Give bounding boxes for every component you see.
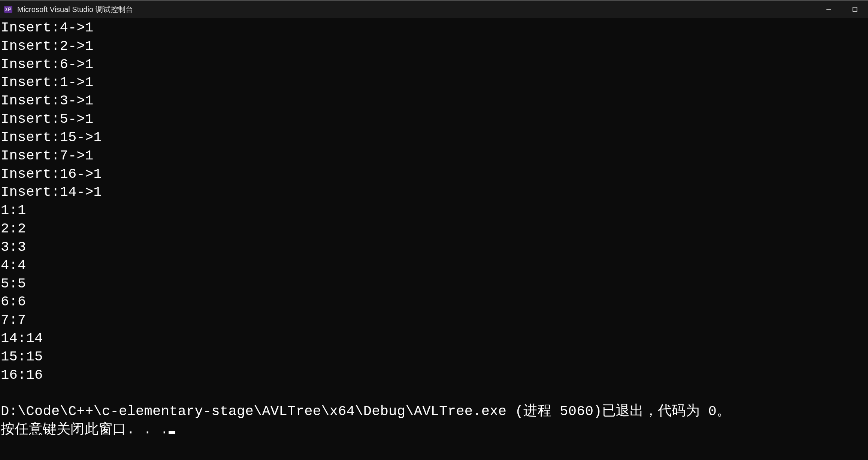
console-line: 按任意键关闭此窗口. . . (1, 422, 169, 438)
minimize-button[interactable] (816, 0, 842, 18)
console-line: 4:4 (1, 258, 26, 273)
window-title: Microsoft Visual Studio 调试控制台 (17, 4, 133, 15)
console-line: Insert:16->1 (1, 166, 102, 182)
console-line: 3:3 (1, 239, 26, 255)
svg-rect-0 (4, 6, 12, 13)
console-line: D:\Code\C++\c-elementary-stage\AVLTree\x… (1, 403, 731, 419)
svg-rect-2 (853, 7, 857, 12)
console-line: 16:16 (1, 367, 43, 383)
console-line: 14:14 (1, 330, 43, 346)
console-line: 5:5 (1, 276, 26, 292)
console-line: Insert:15->1 (1, 130, 102, 145)
console-line: 2:2 (1, 221, 26, 237)
console-line: Insert:1->1 (1, 74, 94, 90)
console-line: Insert:3->1 (1, 93, 94, 109)
maximize-button[interactable] (842, 0, 868, 18)
console-line: Insert:7->1 (1, 148, 94, 164)
console-line: Insert:2->1 (1, 38, 94, 54)
console-line: Insert:4->1 (1, 20, 94, 36)
vs-icon (4, 5, 13, 14)
console-line: 6:6 (1, 294, 26, 310)
console-line: 1:1 (1, 202, 26, 218)
console-output: Insert:4->1 Insert:2->1 Insert:6->1 Inse… (0, 18, 868, 439)
titlebar[interactable]: Microsoft Visual Studio 调试控制台 (0, 0, 868, 18)
console-line: Insert:5->1 (1, 111, 94, 127)
console-line: Insert:14->1 (1, 184, 102, 200)
cursor-icon (169, 431, 175, 434)
console-line: 15:15 (1, 349, 43, 365)
console-line: 7:7 (1, 312, 26, 328)
console-line: Insert:6->1 (1, 57, 94, 72)
